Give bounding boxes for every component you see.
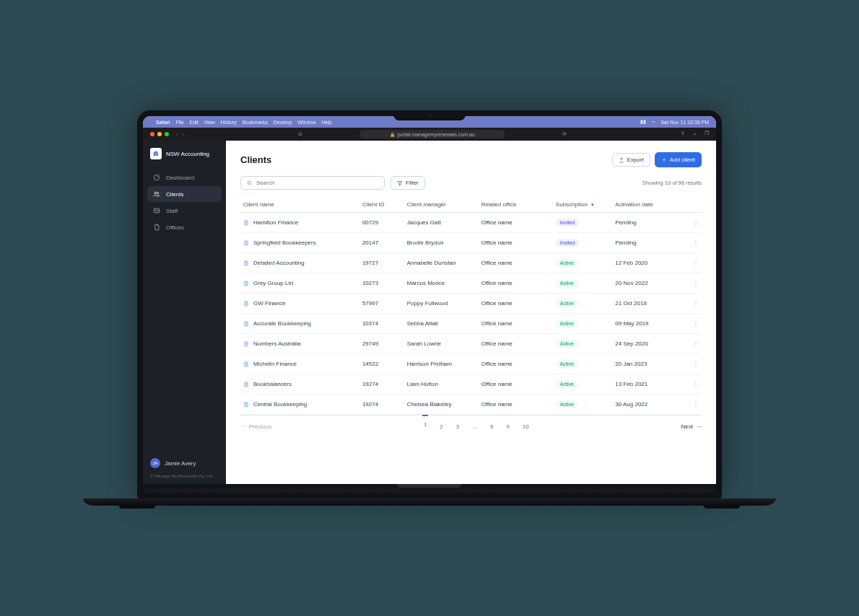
menubar-app[interactable]: Safari: [156, 120, 170, 125]
tabs-icon[interactable]: ❐: [705, 131, 709, 138]
building-icon: [243, 321, 249, 327]
client-manager: Chelsea Blakeley: [404, 395, 479, 415]
browser-forward-icon[interactable]: ›: [182, 132, 183, 137]
sidebar-item-staff[interactable]: Staff: [147, 203, 222, 219]
pagination-page[interactable]: 2: [438, 421, 444, 432]
filter-button[interactable]: Filter: [391, 176, 425, 190]
client-name: Bookbalancers: [253, 381, 292, 387]
table-row[interactable]: Accurate Bookkeeping 10374 Sebba Attali …: [240, 314, 702, 334]
add-client-button[interactable]: ＋ Add client: [655, 152, 702, 167]
row-actions-button[interactable]: ⋮: [686, 395, 702, 415]
pagination-page[interactable]: 1: [422, 415, 428, 432]
pagination-page[interactable]: 10: [521, 421, 531, 432]
table-row[interactable]: Hamilton Finance 00729 Jacques Gatt Offi…: [240, 213, 702, 233]
related-office: Office name: [479, 233, 553, 253]
sidebar-item-offices[interactable]: Offices: [147, 219, 222, 235]
new-tab-icon[interactable]: ＋: [692, 131, 697, 138]
close-window-icon[interactable]: [150, 132, 154, 136]
row-actions-button[interactable]: ⋮: [686, 294, 702, 314]
client-name: Grey Group Ltd: [253, 280, 293, 286]
menubar-item[interactable]: File: [175, 120, 183, 125]
building-icon: [243, 260, 249, 266]
activation-date: 12 Feb 2020: [612, 253, 686, 273]
col-client-id[interactable]: Client ID: [359, 197, 404, 213]
table-row[interactable]: Detailed Accounting 19727 Annabelle Duns…: [240, 253, 702, 273]
chevron-down-icon: ▾: [591, 202, 594, 207]
client-id: 10273: [359, 273, 404, 294]
table-row[interactable]: Numbers Australia 29749 Sarah Lowrie Off…: [240, 334, 702, 354]
col-client-name[interactable]: Client name: [240, 197, 359, 213]
col-activation-date[interactable]: Activation date: [612, 197, 686, 213]
menubar-datetime[interactable]: Sat Nov 11 10:38 PM: [660, 120, 709, 125]
row-actions-button[interactable]: ⋮: [686, 253, 702, 273]
subscription-badge: Active: [556, 279, 578, 287]
shield-icon[interactable]: ⊙: [298, 131, 302, 137]
menubar-item[interactable]: Help: [321, 120, 331, 125]
menubar-item[interactable]: Window: [297, 120, 315, 125]
related-office: Office name: [479, 273, 553, 294]
maximize-window-icon[interactable]: [165, 132, 169, 136]
minimize-window-icon[interactable]: [157, 132, 162, 136]
search-input[interactable]: [240, 176, 385, 190]
activation-date: 30 Aug 2022: [612, 395, 686, 415]
current-user[interactable]: JA Jamie Avery: [143, 452, 226, 474]
row-actions-button[interactable]: ⋮: [686, 374, 702, 395]
window-controls[interactable]: [150, 132, 169, 136]
export-button[interactable]: Export: [612, 153, 650, 167]
client-manager: Sebba Attali: [404, 314, 479, 334]
browser-back-icon[interactable]: ‹: [176, 132, 178, 137]
id-icon: [153, 207, 160, 214]
row-actions-button[interactable]: ⋮: [686, 334, 702, 354]
pagination-next[interactable]: Next →: [681, 423, 702, 430]
svg-point-5: [248, 181, 250, 184]
pagination-page[interactable]: 9: [505, 421, 510, 432]
search-field[interactable]: [256, 180, 378, 186]
address-bar[interactable]: 🔒 portal.managemyrenewals.com.au: [360, 130, 505, 138]
gauge-icon: [153, 174, 160, 181]
sidebar-item-clients[interactable]: Clients: [147, 186, 222, 202]
row-actions-button[interactable]: ⋮: [686, 273, 702, 294]
row-actions-button[interactable]: ⋮: [686, 213, 702, 233]
subscription-badge: Invited: [556, 239, 580, 247]
menubar-item[interactable]: History: [221, 120, 237, 125]
menubar-item[interactable]: Edit: [190, 120, 199, 125]
org-switcher[interactable]: ⋒ NSW Accounting: [143, 141, 226, 170]
table-row[interactable]: Grey Group Ltd 10273 Marcus Morice Offic…: [240, 273, 702, 294]
menubar-item[interactable]: Develop: [274, 120, 292, 125]
client-manager: Poppy Fullwood: [404, 294, 479, 314]
table-row[interactable]: GW Finance 57997 Poppy Fullwood Office n…: [240, 294, 702, 314]
client-id: 57997: [359, 294, 404, 314]
table-row[interactable]: Springfield Bookkeepers 20147 Brodie Bry…: [240, 233, 702, 253]
row-actions-button[interactable]: ⋮: [686, 233, 702, 253]
pagination-prev[interactable]: ← Previous: [240, 423, 271, 430]
client-name: Numbers Australia: [253, 340, 300, 347]
building-icon: [243, 281, 249, 286]
client-name: Michelin Finance: [253, 361, 297, 367]
col-subscription[interactable]: Subscription ▾: [553, 197, 612, 213]
sidebar-item-label: Dashboard: [166, 175, 194, 181]
table-row[interactable]: Central Bookkeeping 19274 Chelsea Blakel…: [240, 395, 702, 415]
client-id: 14522: [359, 354, 404, 374]
pagination-ellipsis: ...: [471, 421, 479, 432]
client-manager: Liam Hutton: [404, 374, 479, 395]
client-name: Hamilton Finance: [253, 219, 298, 226]
table-row[interactable]: Michelin Finance 14522 Harrison Pridham …: [240, 354, 702, 374]
pagination-page[interactable]: 3: [455, 421, 461, 432]
client-name: Springfield Bookkeepers: [253, 239, 316, 246]
col-related-office[interactable]: Related office: [479, 197, 553, 213]
share-icon[interactable]: ⇪: [681, 131, 685, 138]
col-client-manager[interactable]: Client manager: [404, 197, 479, 213]
table-row[interactable]: Bookbalancers 19274 Liam Hutton Office n…: [240, 374, 702, 395]
sidebar-item-dashboard[interactable]: Dashboard: [147, 170, 222, 185]
menubar-item[interactable]: View: [204, 120, 215, 125]
row-actions-button[interactable]: ⋮: [686, 314, 702, 334]
menubar-item[interactable]: Bookmarks: [243, 120, 268, 125]
reload-icon[interactable]: ⟳: [562, 131, 567, 137]
pagination-page[interactable]: 8: [489, 421, 494, 432]
row-actions-button[interactable]: ⋮: [686, 354, 702, 374]
menubar-battery-icon[interactable]: ▮▮: [640, 119, 646, 125]
menubar-control-center-icon[interactable]: ⌁: [652, 119, 655, 125]
client-id: 00729: [359, 213, 404, 233]
activation-date: 24 Sep 2020: [612, 334, 686, 354]
client-name: GW Finance: [253, 300, 285, 307]
